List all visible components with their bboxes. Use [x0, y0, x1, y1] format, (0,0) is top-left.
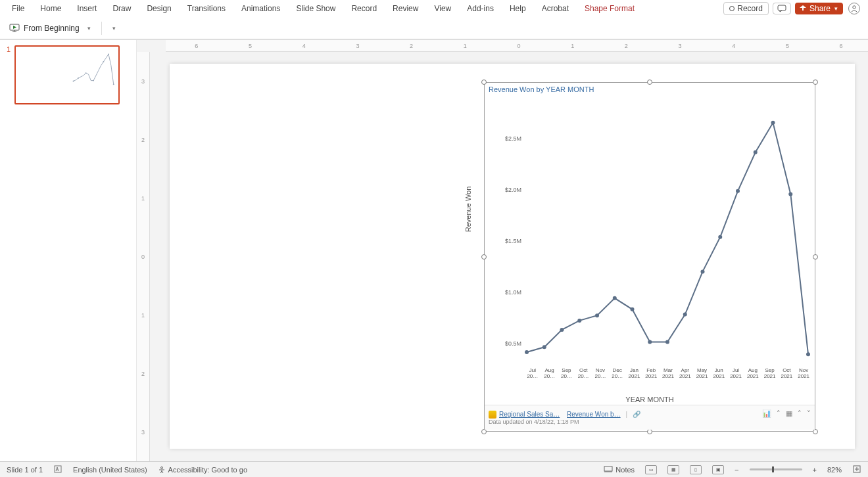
svg-point-10 — [525, 350, 529, 354]
ruler-tick: 2 — [141, 137, 145, 143]
zoom-thumb[interactable] — [772, 466, 774, 472]
ruler-tick: 4 — [707, 43, 761, 49]
separator — [101, 22, 102, 35]
x-tick: Jul2021 — [727, 368, 744, 388]
ruler-tick: 6 — [814, 43, 868, 49]
x-tick: Aug2021 — [744, 368, 761, 388]
x-tick: Sep20… — [558, 368, 575, 388]
svg-point-13 — [577, 319, 581, 323]
y-tick: $1.0M — [505, 289, 521, 296]
accessibility-label: Accessibility: Good to go — [168, 466, 247, 474]
language[interactable]: English (United States) — [73, 466, 147, 474]
slide-number: 1 — [7, 45, 11, 104]
zoom-level[interactable]: 82% — [827, 466, 842, 474]
menu-acrobat[interactable]: Acrobat — [534, 1, 577, 16]
slide-canvas[interactable]: Revenue Won by YEAR MONTH Revenue Won $2… — [170, 64, 855, 449]
x-axis-labels: Jul20…Aug20…Sep20…Oct20…Nov20…Dec20…Jan2… — [524, 368, 812, 388]
resize-handle[interactable] — [813, 80, 818, 85]
from-beginning-button[interactable]: From Beginning ▾ — [5, 21, 95, 35]
resize-handle[interactable] — [481, 80, 487, 85]
comments-button[interactable] — [773, 3, 791, 14]
svg-point-21 — [718, 235, 722, 239]
resize-handle[interactable] — [481, 429, 487, 434]
x-tick: Jun2021 — [710, 368, 727, 388]
report-link[interactable]: Revenue Won b… — [567, 411, 621, 418]
x-tick: May2021 — [694, 368, 711, 388]
svg-point-18 — [665, 340, 669, 344]
record-button[interactable]: Record — [723, 2, 769, 15]
view-reading-button[interactable]: ▯ — [690, 465, 702, 474]
ruler-tick: 0 — [141, 254, 145, 260]
notes-button[interactable]: Notes — [604, 466, 635, 474]
slide-thumbnail-1[interactable] — [14, 45, 120, 104]
menu-animations[interactable]: Animations — [233, 1, 288, 16]
status-bar: Slide 1 of 1 English (United States) Acc… — [0, 461, 868, 477]
resize-handle[interactable] — [647, 80, 652, 85]
x-axis-title: YEAR MONTH — [485, 396, 815, 403]
svg-point-11 — [542, 345, 546, 349]
slide-counter: Slide 1 of 1 — [7, 466, 43, 474]
svg-point-19 — [683, 313, 687, 317]
zoom-in-button[interactable]: + — [813, 466, 817, 474]
main-area: 1 6 5 4 3 2 1 — [0, 39, 868, 461]
toolbar-overflow[interactable]: ▾ — [112, 25, 116, 32]
accessibility-button[interactable]: Accessibility: Good to go — [158, 466, 247, 474]
chart-title: Revenue Won by YEAR MONTH — [485, 83, 815, 96]
filter-icon[interactable]: ▦ — [786, 409, 792, 418]
view-slide-sorter-button[interactable]: ▦ — [667, 465, 679, 474]
chevron-down-icon: ▾ — [87, 25, 91, 32]
refresh-timestamp: Data updated on 4/18/22, 1:18 PM — [489, 419, 811, 425]
svg-point-12 — [560, 328, 564, 332]
svg-point-7 — [103, 61, 105, 62]
menubar: File Home Insert Draw Design Transitions… — [0, 0, 868, 17]
chevron-up-icon[interactable]: ˄ — [798, 409, 802, 418]
menu-review[interactable]: Review — [385, 1, 426, 16]
svg-point-9 — [113, 83, 114, 85]
menu-file[interactable]: File — [4, 1, 32, 16]
zoom-out-button[interactable]: − — [735, 466, 738, 474]
menu-help[interactable]: Help — [502, 1, 534, 16]
menu-record[interactable]: Record — [343, 1, 385, 16]
chevron-down-icon[interactable]: ˅ — [807, 409, 811, 418]
menu-insert[interactable]: Insert — [69, 1, 105, 16]
svg-point-8 — [108, 54, 109, 55]
menu-add-ins[interactable]: Add-ins — [459, 1, 502, 16]
chevron-up-icon[interactable]: ˄ — [777, 409, 781, 418]
link-icon: 🔗 — [633, 411, 640, 418]
view-slideshow-button[interactable]: ▣ — [712, 465, 724, 474]
menu-slide-show[interactable]: Slide Show — [288, 1, 343, 16]
line-chart-svg — [523, 102, 812, 365]
menu-view[interactable]: View — [426, 1, 459, 16]
fit-to-window-button[interactable] — [852, 465, 861, 475]
view-normal-button[interactable]: ▭ — [645, 465, 657, 474]
ruler-tick: 0 — [492, 43, 546, 49]
x-tick: Oct2021 — [778, 368, 795, 388]
menu-draw[interactable]: Draw — [105, 1, 139, 16]
ruler-tick: 3 — [653, 43, 707, 49]
svg-point-25 — [788, 192, 792, 196]
menu-transitions[interactable]: Transitions — [180, 1, 233, 16]
zoom-slider[interactable] — [750, 468, 802, 470]
y-axis-title: Revenue Won — [464, 187, 472, 233]
svg-point-4 — [78, 78, 79, 79]
dataset-link[interactable]: Regional Sales Sa… — [499, 411, 560, 418]
resize-handle[interactable] — [813, 429, 818, 434]
svg-point-22 — [736, 189, 740, 193]
menu-shape-format[interactable]: Shape Format — [577, 1, 642, 16]
x-tick: Nov20… — [592, 368, 609, 388]
share-button[interactable]: Share ▾ — [795, 3, 843, 14]
chart-object[interactable]: Revenue Won by YEAR MONTH Revenue Won $2… — [484, 82, 815, 432]
resize-handle[interactable] — [647, 429, 652, 434]
menu-design[interactable]: Design — [139, 1, 179, 16]
menu-home[interactable]: Home — [32, 1, 69, 16]
svg-point-3 — [73, 81, 74, 82]
spellcheck-icon[interactable] — [53, 465, 62, 475]
x-tick: Apr2021 — [677, 368, 694, 388]
x-tick: Dec20… — [609, 368, 626, 388]
y-axis-labels: $2.5M $2.0M $1.5M $1.0M $0.5M — [498, 102, 521, 359]
slide-thumbnails-pane: 1 — [0, 40, 137, 461]
chart-footer: Regional Sales Sa… Revenue Won b… | 🔗 Da… — [485, 405, 815, 430]
svg-point-24 — [771, 121, 775, 125]
user-avatar[interactable] — [848, 3, 860, 14]
chart-type-icon[interactable]: 📊 — [762, 409, 771, 418]
